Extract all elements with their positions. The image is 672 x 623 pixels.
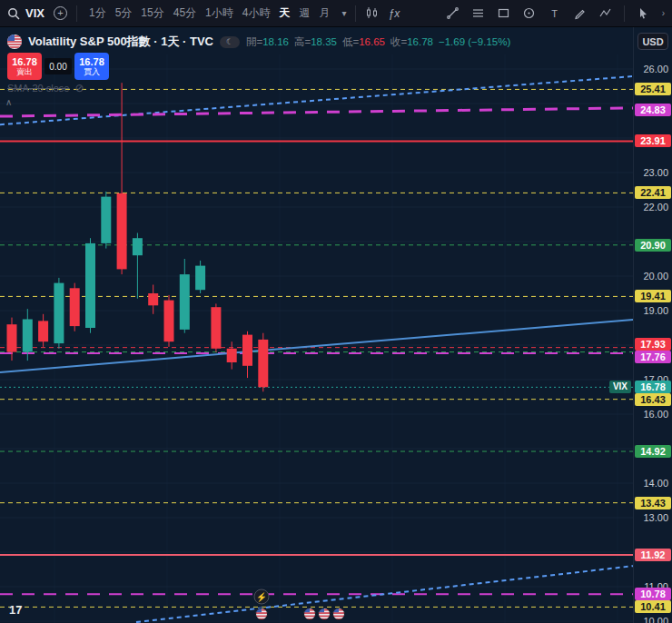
svg-text:T: T (551, 8, 558, 19)
interval-button-15分[interactable]: 15分 (138, 4, 166, 23)
indicators-icon[interactable]: ƒx (388, 7, 400, 20)
symbol-search[interactable]: VIX (7, 6, 44, 20)
interval-chevron-icon[interactable]: ▾ (341, 8, 346, 18)
market-status-badge: ☾ (220, 36, 240, 48)
zigzag-tool-icon[interactable] (598, 6, 612, 20)
trading-app: VIX + 1分5分15分45分1小時4小時天週月 ▾ ƒx T (0, 0, 672, 623)
top-toolbar: VIX + 1分5分15分45分1小時4小時天週月 ▾ ƒx T (0, 0, 672, 27)
candlestick-chart[interactable]: ⚡ (0, 27, 633, 623)
toolbar-divider (76, 5, 77, 22)
interval-button-1分[interactable]: 1分 (86, 4, 109, 23)
price-level-label: 24.83 (635, 104, 671, 116)
currency-button[interactable]: USD (637, 33, 668, 50)
price-tick: 26.00 (643, 63, 668, 75)
us-flag-icon (7, 35, 22, 49)
spread-value: 0.00 (44, 58, 72, 74)
candle-style-icon[interactable] (365, 6, 379, 20)
buy-button[interactable]: 16.78 買入 (74, 53, 109, 80)
cursor-tool-icon[interactable] (637, 6, 650, 20)
price-level-label: 16.43 (635, 393, 671, 406)
indicator-hidden-icon[interactable]: ⊘ (74, 82, 84, 94)
us-flag-event-icon[interactable] (255, 608, 268, 620)
time-axis-label: 17 (9, 603, 22, 617)
event-lightning-icon[interactable]: ⚡ (254, 589, 269, 604)
sell-price: 16.78 (12, 56, 37, 67)
sell-button[interactable]: 16.78 賣出 (7, 53, 42, 80)
price-level-label: 13.43 (635, 497, 671, 509)
pane-collapse-caret-icon[interactable]: ∧ (5, 98, 12, 107)
series-price-tag: VIX (609, 381, 631, 393)
price-tick: 10.00 (643, 615, 668, 623)
price-tick: 16.00 (643, 408, 668, 420)
symbol-legend: Volatility S&P 500指數 · 1天 · TVC ☾ 開=18.1… (7, 34, 510, 50)
trade-panel: 16.78 賣出 0.00 16.78 買入 (7, 53, 109, 80)
indicator-legend[interactable]: SMA-20 close ⊘ (7, 82, 84, 94)
price-tick: 23.00 (643, 166, 668, 179)
price-tick: 14.00 (643, 477, 668, 490)
chart-pane[interactable]: ⚡ Volatility S&P 500指數 · 1天 · TVC (0, 27, 633, 623)
price-level-label: 17.76 (635, 351, 671, 363)
search-icon (7, 7, 20, 20)
interval-button-5分[interactable]: 5分 (113, 4, 135, 23)
interval-button-週[interactable]: 週 (296, 4, 312, 23)
price-level-label: 19.41 (635, 290, 671, 302)
price-level-label: 16.78 (635, 381, 671, 393)
rectangle-tool-icon[interactable] (497, 6, 510, 20)
price-level-label: 23.91 (635, 134, 671, 147)
drawing-tools: T › (446, 5, 665, 22)
more-tools-chevron-icon[interactable]: › (662, 8, 665, 18)
plus-icon: + (57, 8, 63, 18)
price-level-label: 14.92 (635, 445, 671, 458)
indicator-name: SMA-20 close (7, 83, 69, 94)
symbol-title[interactable]: Volatility S&P 500指數 · 1天 · TVC (28, 34, 213, 50)
price-level-label: 17.93 (635, 338, 671, 351)
interval-button-45分[interactable]: 45分 (171, 4, 199, 23)
interval-button-4小時[interactable]: 4小時 (240, 4, 273, 23)
toolbar-divider (624, 5, 625, 22)
circle-tool-icon[interactable] (522, 6, 536, 20)
price-level-label: 20.90 (635, 239, 671, 252)
price-tick: 22.00 (643, 201, 668, 213)
text-tool-icon[interactable]: T (548, 6, 561, 20)
toolbar-divider (355, 5, 356, 22)
price-axis[interactable]: USD 26.0023.0022.0020.0019.0017.0016.001… (633, 27, 672, 623)
us-flag-event-icon[interactable] (318, 608, 331, 620)
price-tick: 13.00 (643, 511, 668, 524)
price-tick: 20.00 (643, 270, 668, 282)
price-level-label: 10.41 (635, 600, 671, 613)
svg-text:⚡: ⚡ (256, 591, 268, 603)
buy-label: 買入 (84, 67, 100, 76)
ohlc-item: 高=18.35 (294, 35, 337, 49)
ohlc-item: 低=16.65 (342, 35, 385, 49)
trend-line-tool-icon[interactable] (446, 6, 460, 20)
price-axis-scale: 26.0023.0022.0020.0019.0017.0016.0014.00… (634, 27, 672, 623)
us-flag-event-icon[interactable] (332, 608, 345, 620)
ohlc-item: 收=16.78 (390, 35, 433, 49)
symbol-search-text: VIX (25, 6, 44, 20)
interval-button-天[interactable]: 天 (276, 4, 292, 23)
price-level-label: 10.78 (635, 588, 671, 600)
chart-workspace: ⚡ Volatility S&P 500指數 · 1天 · TVC (0, 27, 672, 623)
change-readout: −1.69 (−9.15%) (439, 36, 510, 47)
add-symbol-button[interactable]: + (54, 6, 67, 20)
price-level-label: 25.41 (635, 83, 671, 95)
ohlc-item: 開=18.16 (246, 35, 289, 49)
us-flag-event-icon[interactable] (303, 608, 316, 620)
price-level-label: 11.92 (635, 549, 671, 561)
sell-label: 賣出 (16, 67, 33, 76)
interval-group: 1分5分15分45分1小時4小時天週月 (86, 4, 332, 23)
pencil-tool-icon[interactable] (573, 6, 587, 20)
buy-price: 16.78 (79, 56, 104, 67)
ohlc-readout: 開=18.16高=18.35低=16.65收=16.78−1.69 (−9.15… (246, 35, 510, 49)
price-tick: 19.00 (643, 304, 668, 317)
interval-button-1小時[interactable]: 1小時 (203, 4, 236, 23)
price-level-label: 22.41 (635, 186, 671, 199)
interval-button-月[interactable]: 月 (316, 4, 332, 23)
market-closed-icon: ☾ (226, 37, 233, 46)
fib-tool-icon[interactable] (471, 6, 485, 20)
